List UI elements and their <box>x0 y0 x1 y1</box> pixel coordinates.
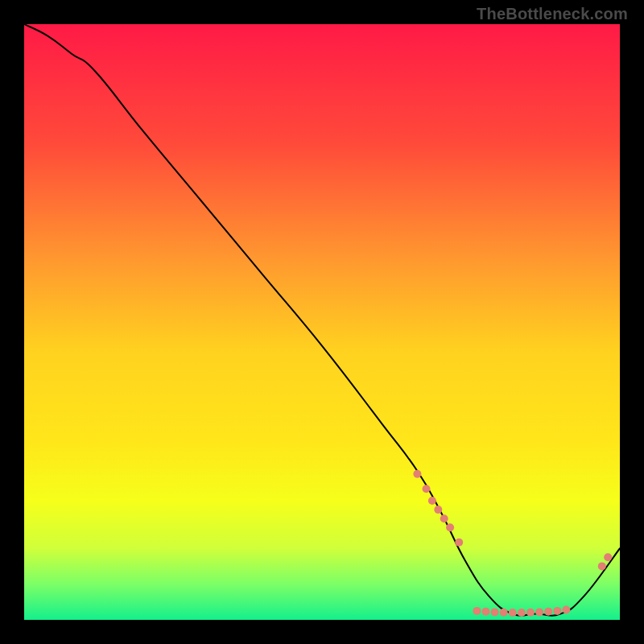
sample-point <box>440 514 448 522</box>
sample-point <box>604 553 612 561</box>
sample-point <box>509 609 517 617</box>
watermark-label: TheBottleneck.com <box>477 5 628 23</box>
sample-point <box>423 485 431 493</box>
sample-point <box>446 523 454 531</box>
sample-point <box>553 607 561 615</box>
sample-point <box>491 608 499 616</box>
sample-point <box>535 608 543 616</box>
sample-point <box>413 470 421 478</box>
sample-point <box>434 506 442 514</box>
sample-point <box>526 609 535 617</box>
plot-area <box>24 24 620 620</box>
sample-point <box>500 609 508 617</box>
plot-foreground <box>24 24 620 620</box>
sample-points-group <box>413 470 612 617</box>
sample-point <box>455 539 463 547</box>
sample-point <box>428 497 436 505</box>
sample-point <box>544 608 552 616</box>
bottleneck-curve <box>24 24 620 616</box>
sample-point <box>473 607 481 615</box>
sample-point <box>518 609 526 617</box>
sample-point <box>562 605 570 613</box>
chart-stage: TheBottleneck.com <box>0 0 644 644</box>
sample-point <box>598 562 606 570</box>
sample-point <box>482 608 490 616</box>
